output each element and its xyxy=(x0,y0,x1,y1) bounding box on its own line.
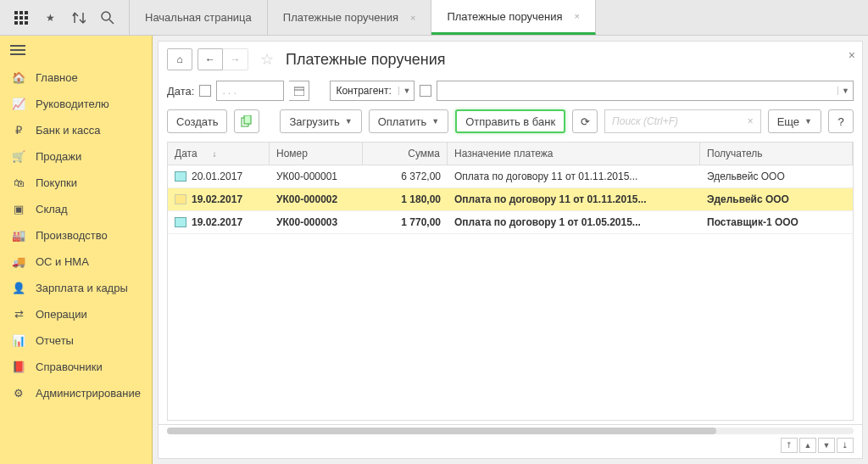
table-row[interactable]: 19.02.2017 УК00-000003 1 770,00 Оплата п… xyxy=(168,211,853,234)
sidebar-item-admin[interactable]: ⚙Администрирование xyxy=(0,380,152,406)
sidebar-item-catalogs[interactable]: 📕Справочники xyxy=(0,354,152,380)
sidebar: 🏠Главное 📈Руководителю ₽Банк и касса 🛒Пр… xyxy=(0,36,153,464)
horizontal-scrollbar[interactable] xyxy=(159,424,862,436)
factory-icon: 🏭 xyxy=(10,229,27,242)
content: × ⌂ ← → ☆ Платежные поручения Дата: . . … xyxy=(158,41,863,459)
chart-icon: 📈 xyxy=(10,98,27,110)
pay-button[interactable]: Оплатить▼ xyxy=(369,109,449,133)
help-button[interactable]: ? xyxy=(828,109,854,133)
date-filter-label: Дата: xyxy=(167,85,194,98)
tab-payment-orders-2[interactable]: Платежные поручения× xyxy=(431,0,596,35)
nav-first-button[interactable]: ⤒ xyxy=(781,438,798,453)
nav-up-button[interactable]: ▲ xyxy=(799,438,816,453)
back-button[interactable]: ← xyxy=(198,48,223,70)
sidebar-item-label: Главное xyxy=(36,71,78,84)
svg-rect-17 xyxy=(244,115,251,124)
chevron-down-icon[interactable]: ▼ xyxy=(398,87,414,95)
svg-rect-4 xyxy=(19,16,23,20)
basket-icon: 🛍 xyxy=(10,176,27,189)
sidebar-item-manager[interactable]: 📈Руководителю xyxy=(0,91,152,117)
col-date[interactable]: Дата↓ xyxy=(168,143,270,165)
table-row[interactable]: 19.02.2017 УК00-000002 1 180,00 Оплата п… xyxy=(168,188,853,211)
col-recipient[interactable]: Получатель xyxy=(700,143,853,165)
sort-asc-icon: ↓ xyxy=(213,149,217,159)
apps-icon[interactable] xyxy=(14,10,29,25)
star-icon[interactable]: ★ xyxy=(42,10,58,25)
copy-button[interactable] xyxy=(234,109,259,133)
send-to-bank-button[interactable]: Отправить в банк xyxy=(455,109,565,133)
counterparty-filter-checkbox[interactable] xyxy=(420,85,431,97)
doc-icon xyxy=(175,171,186,182)
sidebar-item-operations[interactable]: ⇄Операции xyxy=(0,301,152,327)
table: Дата↓ Номер Сумма Назначение платежа Пол… xyxy=(167,142,854,421)
sidebar-item-label: Зарплата и кадры xyxy=(36,282,128,294)
tab-label: Платежные поручения xyxy=(447,10,562,23)
sidebar-item-purchases[interactable]: 🛍Покупки xyxy=(0,170,152,196)
col-sum[interactable]: Сумма xyxy=(363,143,448,165)
sidebar-item-assets[interactable]: 🚚ОС и НМА xyxy=(0,249,152,275)
truck-icon: 🚚 xyxy=(10,255,27,268)
clear-search-icon[interactable]: × xyxy=(748,115,754,127)
counterparty-label-combo[interactable]: Контрагент: ▼ xyxy=(330,81,415,101)
svg-rect-8 xyxy=(25,21,28,25)
doc-icon xyxy=(175,217,186,227)
svg-rect-14 xyxy=(294,87,304,96)
search-input[interactable]: Поиск (Ctrl+F) × xyxy=(604,109,761,133)
sidebar-item-label: Продажи xyxy=(36,150,81,163)
col-purpose[interactable]: Назначение платежа xyxy=(448,143,700,165)
sidebar-item-reports[interactable]: 📊Отчеты xyxy=(0,327,152,354)
refresh-button[interactable]: ⟳ xyxy=(572,109,598,133)
load-button[interactable]: Загрузить▼ xyxy=(280,109,361,133)
counterparty-label: Контрагент: xyxy=(331,85,398,97)
svg-point-9 xyxy=(102,12,110,20)
table-body: 20.01.2017 УК00-000001 6 372,00 Оплата п… xyxy=(168,165,853,420)
nav-down-button[interactable]: ▼ xyxy=(818,438,835,453)
sidebar-item-label: Производство xyxy=(36,229,108,242)
sidebar-item-salary[interactable]: 👤Зарплата и кадры xyxy=(0,275,152,301)
history-icon[interactable] xyxy=(71,10,86,25)
table-header: Дата↓ Номер Сумма Назначение платежа Пол… xyxy=(168,143,853,165)
scroll-thumb[interactable] xyxy=(167,428,716,434)
cart-icon: 🛒 xyxy=(10,150,27,163)
search-icon[interactable] xyxy=(100,10,115,25)
sidebar-item-main[interactable]: 🏠Главное xyxy=(0,64,152,91)
topbar: ★ Начальная страница Платежные поручения… xyxy=(0,0,868,36)
search-placeholder: Поиск (Ctrl+F) xyxy=(612,115,678,127)
sidebar-item-production[interactable]: 🏭Производство xyxy=(0,222,152,249)
date-picker-button[interactable] xyxy=(289,81,309,101)
counterparty-filter-combo[interactable]: ▼ xyxy=(437,81,854,101)
gear-icon: ⚙ xyxy=(10,387,27,400)
create-button[interactable]: Создать xyxy=(167,109,227,133)
chevron-down-icon[interactable]: ▼ xyxy=(837,87,853,95)
nav-last-button[interactable]: ⤓ xyxy=(837,438,854,453)
scroll-track xyxy=(167,428,854,434)
forward-button[interactable]: → xyxy=(223,48,248,70)
svg-rect-7 xyxy=(19,21,23,25)
close-page-button[interactable]: × xyxy=(849,48,855,62)
home-button[interactable]: ⌂ xyxy=(167,48,192,70)
tab-label: Начальная страница xyxy=(145,11,252,24)
tab-start-page[interactable]: Начальная страница xyxy=(129,0,268,35)
sidebar-item-bank[interactable]: ₽Банк и касса xyxy=(0,117,152,143)
col-number[interactable]: Номер xyxy=(270,143,363,165)
sidebar-item-label: Отчеты xyxy=(36,334,74,347)
sidebar-item-label: Администрирование xyxy=(36,387,141,400)
sidebar-item-warehouse[interactable]: ▣Склад xyxy=(0,196,152,222)
sidebar-toggle[interactable] xyxy=(0,36,152,64)
more-button[interactable]: Еще▼ xyxy=(768,109,821,133)
date-filter-checkbox[interactable] xyxy=(199,85,211,97)
chevron-down-icon: ▼ xyxy=(431,117,439,126)
close-icon[interactable]: × xyxy=(575,11,580,21)
favorite-icon[interactable]: ☆ xyxy=(260,50,274,69)
footer-nav: ⤒ ▲ ▼ ⤓ xyxy=(159,436,862,458)
table-row[interactable]: 20.01.2017 УК00-000001 6 372,00 Оплата п… xyxy=(168,165,853,188)
home-icon: 🏠 xyxy=(10,71,27,84)
svg-line-10 xyxy=(109,20,114,24)
boxes-icon: ▣ xyxy=(10,203,27,215)
content-header: ⌂ ← → ☆ Платежные поручения xyxy=(159,42,862,77)
close-icon[interactable]: × xyxy=(410,13,415,23)
tab-payment-orders-1[interactable]: Платежные поручения× xyxy=(268,0,432,35)
svg-rect-6 xyxy=(14,21,18,25)
date-filter-input[interactable]: . . . xyxy=(216,81,284,101)
sidebar-item-sales[interactable]: 🛒Продажи xyxy=(0,143,152,170)
